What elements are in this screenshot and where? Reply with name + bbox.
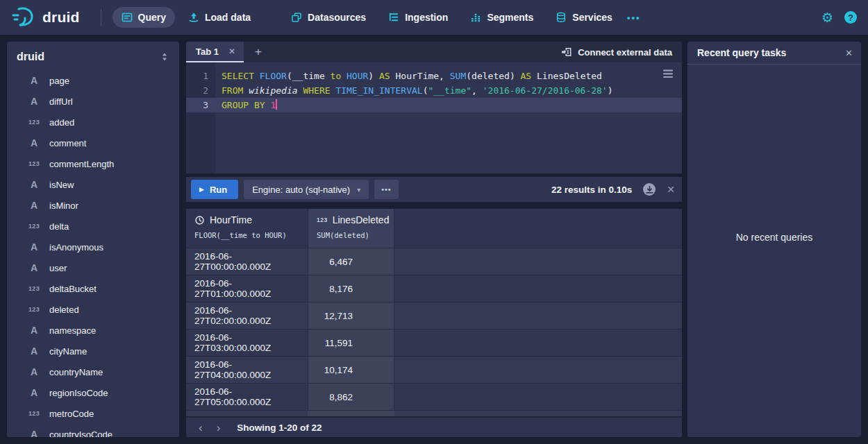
sidebar-column-comment[interactable]: Acomment [7, 133, 179, 153]
sidebar-column-isAnonymous[interactable]: AisAnonymous [7, 237, 179, 257]
sidebar-column-added[interactable]: 123added [7, 112, 179, 133]
tab-label: Tab 1 [196, 46, 219, 57]
code-token: FROM [222, 85, 249, 96]
cell-hourtime[interactable]: 2016-06-27T00:00:00.000Z [186, 248, 308, 275]
string-type-icon: A [25, 387, 43, 398]
results-table-body: 2016-06-27T00:00:00.000Z6,4672016-06-27T… [186, 248, 682, 410]
code-token: AS [379, 71, 395, 81]
sidebar-column-delta[interactable]: 123delta [7, 216, 179, 237]
connect-external-data-icon [561, 46, 572, 58]
add-tab-button[interactable]: + [244, 42, 273, 62]
tab-1[interactable]: Tab 1 ✕ [186, 42, 244, 62]
query-more-button[interactable]: ••• [374, 180, 399, 199]
ingestion-icon [388, 12, 399, 23]
tasks-panel-close-icon[interactable]: ✕ [845, 48, 853, 58]
prev-page-button[interactable]: ‹ [192, 422, 210, 434]
code-token: HourTime, [396, 71, 450, 81]
nav-item-services[interactable]: Services [546, 7, 621, 28]
sidebar-column-countryName[interactable]: AcountryName [7, 361, 179, 382]
number-type-icon: 123 [25, 306, 43, 313]
column-header-linesdeleted[interactable]: 123 LinesDeleted SUM(deleted) [308, 209, 394, 248]
column-name: namespace [43, 325, 96, 336]
download-results-icon[interactable] [643, 183, 656, 196]
nav-item-ingestion[interactable]: Ingestion [379, 7, 457, 28]
code-line-2[interactable]: FROM wikipedia WHERE TIME_IN_INTERVAL("_… [215, 83, 682, 98]
sort-double-caret-icon[interactable] [160, 51, 169, 62]
sidebar-column-namespace[interactable]: Anamespace [7, 320, 179, 341]
column-name: delta [43, 221, 69, 232]
run-button[interactable]: ▶ Run [191, 180, 238, 199]
code-token: (deleted) [466, 71, 520, 81]
sql-editor[interactable]: 123 SELECT FLOOR(__time to HOUR) AS Hour… [186, 62, 682, 173]
column-name: isNew [43, 180, 74, 190]
column-expression: SUM(deleted) [317, 231, 394, 239]
code-token: SUM [450, 71, 466, 81]
sidebar-column-isMinor[interactable]: AisMinor [7, 195, 179, 216]
tab-close-icon[interactable]: ✕ [228, 46, 235, 56]
close-results-icon[interactable]: ✕ [667, 184, 675, 195]
sidebar-column-diffUrl[interactable]: AdiffUrl [7, 91, 179, 112]
showing-label: Showing 1-20 of 22 [237, 422, 322, 433]
engine-select[interactable]: Engine: auto (sql-native) ▾ [244, 180, 369, 199]
code-line-3[interactable]: GROUP BY 1 [215, 98, 682, 112]
editor-code-area[interactable]: SELECT FLOOR(__time to HOUR) AS HourTime… [215, 62, 682, 173]
next-page-button[interactable]: › [210, 422, 228, 434]
sidebar-column-deleted[interactable]: 123deleted [7, 299, 179, 320]
nav-item-datasources[interactable]: Datasources [282, 7, 375, 28]
results-summary: 22 results in 0.10s [551, 185, 632, 195]
cell-linesdeleted[interactable]: 12,713 [308, 302, 394, 329]
partial-row [186, 410, 682, 416]
column-name: deleted [43, 305, 79, 315]
clock-icon [194, 215, 205, 225]
column-name: HourTime [210, 214, 252, 225]
number-type-icon: 123 [25, 410, 43, 417]
nav-item-segments[interactable]: Segments [461, 7, 542, 28]
code-token: WHERE [303, 85, 335, 96]
cell-linesdeleted[interactable]: 8,862 [308, 384, 394, 410]
cell-linesdeleted[interactable]: 11,591 [308, 330, 394, 356]
column-name: user [43, 263, 67, 273]
help-icon[interactable]: ? [844, 11, 857, 24]
sidebar-column-commentLength[interactable]: 123commentLength [7, 153, 179, 174]
sidebar-column-deltaBucket[interactable]: 123deltaBucket [7, 278, 179, 299]
string-type-icon: A [25, 241, 43, 253]
cell-hourtime[interactable]: 2016-06-27T03:00:00.000Z [186, 330, 308, 356]
connect-external-data-button[interactable]: Connect external data [551, 42, 682, 62]
column-name: metroCode [43, 409, 94, 419]
column-name: commentLength [43, 159, 114, 169]
segments-icon [470, 12, 481, 23]
nav-item-query[interactable]: Query [112, 7, 175, 28]
sidebar-column-regionIsoCode[interactable]: AregionIsoCode [7, 382, 179, 403]
cell-hourtime[interactable]: 2016-06-27T01:00:00.000Z [186, 275, 308, 302]
number-type-icon: 123 [25, 160, 43, 167]
cell-linesdeleted[interactable]: 10,174 [308, 357, 394, 383]
column-name: added [43, 117, 74, 128]
code-token: LinesDeleted [537, 71, 602, 81]
column-header-hourtime[interactable]: HourTime FLOOR(__time to HOUR) [186, 209, 308, 248]
code-token: SELECT [222, 71, 260, 81]
druid-logo[interactable]: druid [11, 6, 80, 28]
sidebar-column-metroCode[interactable]: 123metroCode [7, 403, 179, 424]
code-token: 1 [270, 100, 276, 110]
string-type-icon: A [25, 200, 43, 211]
chevron-down-icon: ▾ [357, 186, 360, 194]
sidebar-column-isNew[interactable]: AisNew [7, 174, 179, 195]
sidebar-column-countryIsoCode[interactable]: AcountryIsoCode [7, 424, 179, 437]
string-type-icon: A [25, 429, 43, 437]
sidebar-column-cityName[interactable]: AcityName [7, 341, 179, 361]
code-token: TIME_IN_INTERVAL [335, 85, 422, 96]
cell-linesdeleted[interactable]: 8,176 [308, 275, 394, 302]
nav-item-load-data[interactable]: Load data [179, 7, 260, 28]
nav-item-label: Datasources [308, 12, 366, 23]
editor-menu-icon[interactable] [662, 69, 674, 80]
settings-gear-icon[interactable]: ⚙ [821, 11, 833, 24]
code-line-1[interactable]: SELECT FLOOR(__time to HOUR) AS HourTime… [215, 69, 682, 83]
nav-more-button[interactable]: ••• [621, 8, 646, 27]
cell-linesdeleted[interactable]: 6,467 [308, 248, 394, 275]
cell-hourtime[interactable]: 2016-06-27T02:00:00.000Z [186, 302, 308, 329]
cell-hourtime[interactable]: 2016-06-27T05:00:00.000Z [186, 384, 308, 410]
sidebar-column-page[interactable]: Apage [7, 70, 179, 91]
cell-hourtime[interactable]: 2016-06-27T04:00:00.000Z [186, 357, 308, 383]
column-name: regionIsoCode [43, 388, 108, 398]
sidebar-column-user[interactable]: Auser [7, 257, 179, 278]
